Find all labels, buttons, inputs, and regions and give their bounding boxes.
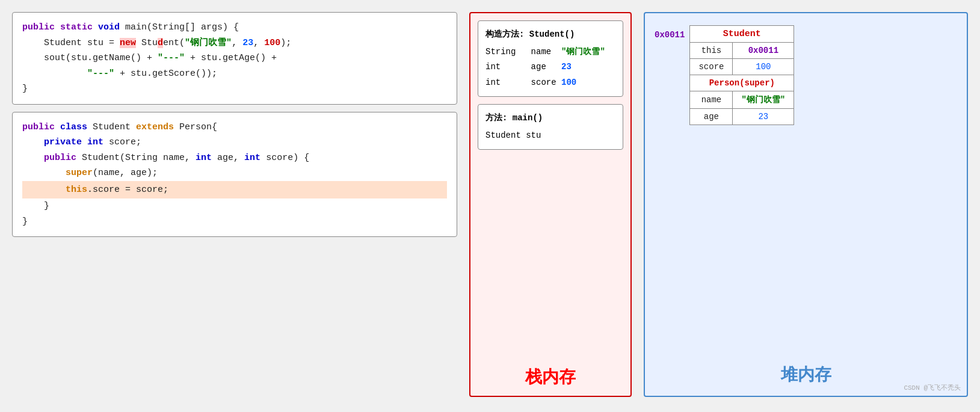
- stack-label: 栈内存: [478, 360, 623, 389]
- name-row: name "钢门吹雪": [690, 91, 794, 109]
- code-line-1: public static void main(String[] args) {: [22, 20, 447, 35]
- this-value: 0x0011: [733, 43, 794, 59]
- heap-label: 堆内存: [655, 357, 957, 386]
- main-row-stu: Student stu: [485, 128, 615, 143]
- code-line-3: sout(stu.getName() + "---" + stu.getAge(…: [22, 51, 447, 66]
- age-label: age: [690, 109, 733, 125]
- stack-panel: 构造方法: Student() String name "钢门吹雪" int a…: [469, 12, 632, 397]
- watermark: CSDN @飞飞不禿头: [904, 383, 961, 392]
- code-line-4: "---" + stu.getScore());: [22, 66, 447, 82]
- code-line-6: public class Student extends Person{: [22, 120, 447, 135]
- constructor-frame: 构造方法: Student() String name "钢门吹雪" int a…: [478, 20, 623, 97]
- main-frame: 方法: main() Student stu: [478, 104, 623, 150]
- main-method-block: public static void main(String[] args) {…: [12, 12, 457, 105]
- constructor-row-score: int score 100: [485, 75, 615, 90]
- super-section-row: Person(super): [690, 75, 794, 91]
- student-class-block: public class Student extends Person{ pri…: [12, 112, 457, 238]
- constructor-title: 构造方法: Student(): [485, 27, 615, 42]
- code-panel: public static void main(String[] args) {…: [12, 12, 457, 237]
- score-value: 100: [733, 59, 794, 75]
- age-value: 23: [733, 109, 794, 125]
- name-label: name: [690, 91, 733, 109]
- code-line-2: Student stu = new Student("钢门吹雪", 23, 10…: [22, 35, 447, 51]
- heap-panel: 0x0011 Student this 0x0011 score 100 Per…: [644, 12, 968, 397]
- this-row: this 0x0011: [690, 43, 794, 59]
- code-line-7: private int score;: [22, 135, 447, 150]
- object-address: 0x0011: [655, 25, 685, 40]
- score-label: score: [690, 59, 733, 75]
- score-row: score 100: [690, 59, 794, 75]
- name-value: "钢门吹雪": [733, 91, 794, 109]
- code-line-5: }: [22, 81, 447, 97]
- code-line-11: }: [22, 198, 447, 214]
- main-title: 方法: main(): [485, 111, 615, 126]
- constructor-row-name: String name "钢门吹雪": [485, 45, 615, 60]
- this-label: this: [690, 43, 733, 59]
- object-table: Student this 0x0011 score 100 Person(sup…: [689, 25, 794, 125]
- age-row: age 23: [690, 109, 794, 125]
- code-line-12: }: [22, 214, 447, 230]
- code-line-10-highlighted: this.score = score;: [22, 181, 447, 199]
- code-line-9: super(name, age);: [22, 165, 447, 181]
- class-name-header: Student: [690, 26, 794, 43]
- constructor-row-age: int age 23: [485, 60, 615, 75]
- code-line-8: public Student(String name, int age, int…: [22, 150, 447, 166]
- super-section: Person(super): [690, 75, 794, 91]
- object-container: 0x0011 Student this 0x0011 score 100 Per…: [655, 25, 957, 125]
